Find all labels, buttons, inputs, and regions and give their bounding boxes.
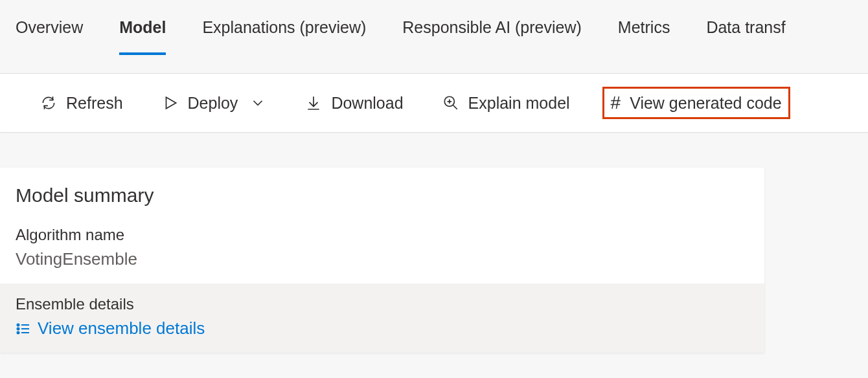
model-summary-panel: Model summary Algorithm name VotingEnsem… bbox=[0, 168, 764, 353]
play-icon bbox=[162, 94, 179, 111]
download-button[interactable]: Download bbox=[299, 90, 409, 117]
svg-point-3 bbox=[17, 331, 19, 333]
svg-point-2 bbox=[17, 328, 19, 329]
list-icon bbox=[16, 321, 31, 337]
refresh-label: Refresh bbox=[66, 94, 123, 113]
tab-data-transf[interactable]: Data transf bbox=[706, 18, 785, 55]
refresh-button[interactable]: Refresh bbox=[34, 90, 130, 117]
tab-metrics[interactable]: Metrics bbox=[618, 18, 670, 55]
tab-explanations[interactable]: Explanations (preview) bbox=[202, 18, 366, 55]
explain-model-button[interactable]: Explain model bbox=[436, 90, 577, 117]
ensemble-field: Ensemble details View ensemble details bbox=[0, 284, 764, 353]
download-icon bbox=[305, 94, 322, 111]
view-ensemble-details-text: View ensemble details bbox=[38, 318, 205, 339]
download-label: Download bbox=[331, 94, 403, 113]
chevron-down-icon bbox=[249, 94, 266, 111]
algorithm-name-value: VotingEnsemble bbox=[16, 249, 749, 269]
ensemble-details-label: Ensemble details bbox=[16, 295, 749, 313]
tab-model[interactable]: Model bbox=[119, 18, 166, 55]
hash-icon: # bbox=[611, 93, 621, 113]
explain-model-label: Explain model bbox=[468, 94, 570, 113]
tab-overview[interactable]: Overview bbox=[16, 18, 83, 55]
view-generated-code-button[interactable]: # View generated code bbox=[602, 87, 790, 119]
algorithm-field: Algorithm name VotingEnsemble bbox=[0, 226, 764, 284]
deploy-label: Deploy bbox=[188, 94, 238, 113]
panel-title: Model summary bbox=[0, 168, 764, 226]
refresh-icon bbox=[40, 94, 57, 111]
svg-point-1 bbox=[17, 324, 19, 326]
zoom-in-icon bbox=[442, 94, 459, 111]
toolbar: Refresh Deploy Download Explain model # … bbox=[0, 73, 868, 133]
tab-responsible-ai[interactable]: Responsible AI (preview) bbox=[402, 18, 582, 55]
tab-bar: Overview Model Explanations (preview) Re… bbox=[0, 0, 868, 55]
deploy-button[interactable]: Deploy bbox=[155, 90, 273, 117]
view-generated-code-label: View generated code bbox=[630, 94, 781, 113]
view-ensemble-details-link[interactable]: View ensemble details bbox=[16, 318, 749, 339]
algorithm-name-label: Algorithm name bbox=[16, 226, 749, 244]
